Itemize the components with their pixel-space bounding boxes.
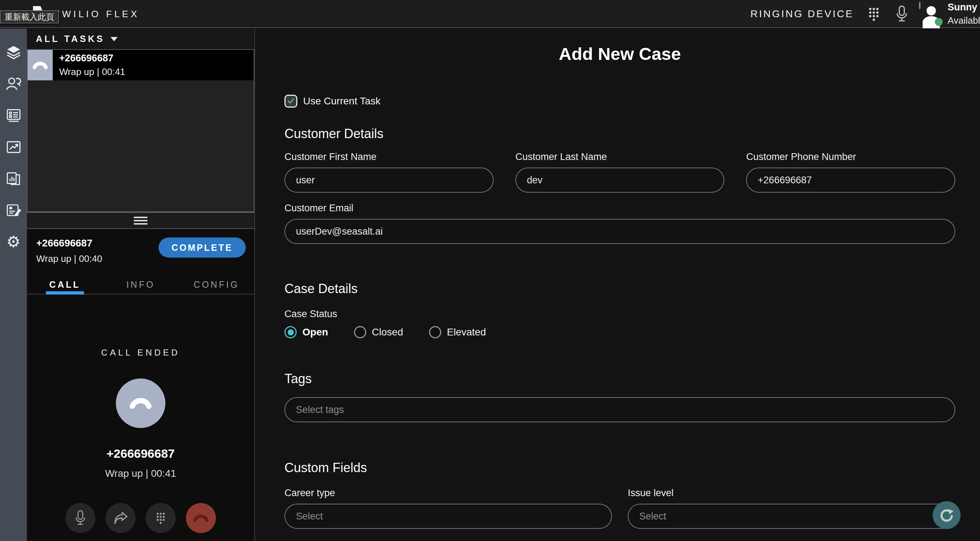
complete-button[interactable]: COMPLETE [159,237,246,258]
sidebar-item-tasks[interactable] [0,37,27,68]
issue-level-select[interactable] [628,504,955,529]
mute-button[interactable] [65,503,95,533]
task-avatar [28,50,53,80]
career-type-group: Career type [285,487,612,529]
sidebar-item-teams[interactable] [0,68,27,100]
active-tab-indicator [46,291,84,294]
customer-details-heading: Customer Details [285,126,955,142]
email-input[interactable] [285,219,955,244]
task-status: Wrap up | 00:41 [59,66,125,78]
case-status-options: Open Closed Elevated [285,326,955,338]
task-list-item[interactable]: +266696687 Wrap up | 00:41 [28,50,254,80]
phone-number-label: Customer Phone Number [746,151,955,162]
sidebar: ⚙ [0,29,27,541]
insights-chart-icon [5,139,22,155]
call-panel-header: +266696687 Wrap up | 00:40 COMPLETE [27,237,255,264]
refresh-button[interactable] [933,501,961,529]
issue-level-label: Issue level [628,487,955,499]
reports-icon [5,171,22,186]
grip-icon [134,217,148,224]
first-name-label: Customer First Name [285,151,493,162]
panel-resize-handle[interactable] [27,212,255,229]
ringing-device-status: RINGING DEVICE [751,8,854,20]
call-header-texts: +266696687 Wrap up | 00:40 [36,237,102,264]
phone-number-group: Customer Phone Number [746,151,955,193]
use-current-task-label: Use Current Task [303,95,380,107]
tags-input[interactable] [285,397,955,422]
case-details-heading: Case Details [285,281,955,296]
call-ended-label: CALL ENDED [101,348,180,358]
call-phone-number: +266696687 [36,237,102,249]
user-avatar[interactable] [919,3,942,25]
contacts-card-icon [5,108,22,123]
phone-number-input[interactable] [746,167,955,193]
sidebar-item-forms[interactable] [0,194,27,226]
call-ended-phone: +266696687 [107,447,175,461]
sidebar-item-reports[interactable] [0,163,27,194]
custom-fields-row: Career type Issue level [285,487,955,529]
case-status-label: Case Status [285,309,955,320]
topbar: 重新載入此頁 TWILIO FLEX RINGING DEVICE [0,0,980,28]
topbar-right-cluster: RINGING DEVICE [751,0,980,28]
email-group: Customer Email [285,203,955,244]
task-list: +266696687 Wrap up | 00:41 [27,49,255,212]
sidebar-item-settings[interactable]: ⚙ [0,226,27,258]
twilio-flex-app: 重新載入此頁 TWILIO FLEX RINGING DEVICE [0,0,980,541]
first-name-input[interactable] [285,167,493,193]
use-current-task-row[interactable]: Use Current Task [285,95,380,108]
call-panel-tabs: CALL INFO CONFIG [27,275,255,294]
issue-level-group: Issue level [628,487,955,529]
last-name-group: Customer Last Name [515,151,725,193]
phone-down-icon [32,60,48,71]
radio-elevated[interactable]: Elevated [429,326,486,338]
radio-circle-icon [429,326,441,338]
radio-circle-icon [285,326,297,338]
sidebar-item-contacts[interactable] [0,100,27,131]
call-ended-status: Wrap up | 00:41 [105,468,176,479]
task-texts: +266696687 Wrap up | 00:41 [53,50,125,80]
call-ended-avatar [116,379,165,428]
online-status-dot [935,18,943,26]
settings-gear-icon: ⚙ [6,234,21,250]
page-title: Add New Case [285,44,955,64]
tags-heading: Tags [285,371,955,387]
user-info: Sunny Kuo Available | 5:29 [948,2,980,26]
reload-tooltip: 重新載入此頁 [0,10,59,23]
radio-open-label: Open [302,326,328,338]
brand-title: TWILIO FLEX [54,0,140,28]
phone-down-icon [129,396,153,411]
first-name-group: Customer First Name [285,151,493,193]
call-panel: +266696687 Wrap up | 00:40 COMPLETE CALL… [27,229,255,541]
task-filter-header[interactable]: ALL TASKS [27,29,255,49]
email-label: Customer Email [285,203,955,214]
call-controls [27,503,255,533]
hangup-button[interactable] [186,503,216,533]
microphone-icon[interactable] [894,5,910,23]
sidebar-item-insights[interactable] [0,131,27,163]
career-type-label: Career type [285,487,612,499]
radio-elevated-label: Elevated [447,326,486,338]
last-name-label: Customer Last Name [515,151,725,162]
call-status: Wrap up | 00:40 [36,253,102,264]
task-filter-label: ALL TASKS [36,34,105,44]
keypad-button[interactable] [146,503,176,533]
tab-config[interactable]: CONFIG [179,275,255,294]
customer-fields-row: Customer First Name Customer Last Name C… [285,151,955,193]
dialpad-icon[interactable] [866,5,882,23]
radio-circle-icon [354,326,366,338]
transfer-button[interactable] [105,503,135,533]
task-panel: ALL TASKS +266696687 Wrap up | 00:41 [27,29,255,541]
radio-closed-label: Closed [372,326,403,338]
use-current-task-checkbox[interactable] [285,95,298,108]
dialpad-icon [154,511,167,525]
custom-fields-heading: Custom Fields [285,460,955,475]
tab-info[interactable]: INFO [103,275,178,294]
avatar [919,2,920,10]
user-name: Sunny Kuo [948,2,980,13]
radio-closed[interactable]: Closed [354,326,403,338]
last-name-input[interactable] [515,167,725,193]
radio-open[interactable]: Open [285,326,328,338]
checkmark-icon [286,97,295,105]
career-type-select[interactable] [285,504,612,529]
hangup-icon [192,513,210,523]
